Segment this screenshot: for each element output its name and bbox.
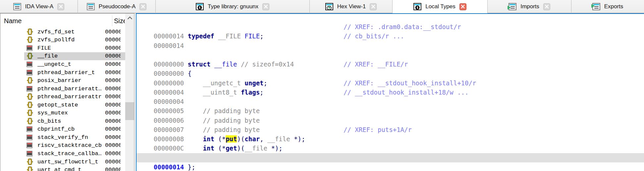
type-size: 00000 <box>105 117 121 125</box>
tab-label: Exports <box>604 3 623 10</box>
list-item-file[interactable]: FILE 00000 <box>0 44 125 52</box>
code-line[interactable]: 00000000 { // XREF: __FILE/r <box>136 60 644 69</box>
type-size: 00000 <box>105 133 121 142</box>
close-icon[interactable] <box>543 3 550 10</box>
scroll-up-arrow-icon[interactable] <box>125 14 134 22</box>
tab-type-library-gnuunx[interactable]: Type library: gnuunx <box>156 0 310 13</box>
type-size: 00000 <box>105 109 121 117</box>
type-size: 00000 <box>105 76 121 85</box>
list-item-zvfs-fd-set[interactable]: zvfs_fd_set 00000 <box>0 28 125 36</box>
type-size: 00000 <box>105 93 121 101</box>
struct-icon <box>26 118 33 125</box>
type-size: 00000 <box>105 52 121 61</box>
code-line[interactable]: 00000007 // padding byte <box>136 116 644 125</box>
list-item-uart-at-cmd-t[interactable]: uart_at_cmd_t 00000 <box>0 166 125 171</box>
type-name: __file <box>37 53 58 59</box>
typedef-icon <box>27 86 32 92</box>
list-item-pthread-barrieratt[interactable]: pthread_barrieratt… 00000 <box>0 85 125 93</box>
type-name: FILE <box>37 45 51 51</box>
list-item-riscv-stacktrace-cb[interactable]: riscv_stacktrace_cb 00000 <box>0 142 125 150</box>
type-size: 00000 <box>105 158 121 166</box>
code-line[interactable]: 0000000C int (*get)(__file *); <box>136 134 644 144</box>
tab-hex-view-1[interactable]: Hex View-1 <box>310 0 393 13</box>
code-line[interactable]: 00000005 // padding byte <box>136 97 644 106</box>
column-header-name[interactable]: Name <box>4 17 22 25</box>
type-name: sys_mutex <box>37 110 68 116</box>
list-item-ungetc-t[interactable]: __ungetc_t 00000 <box>0 60 125 68</box>
column-header-size[interactable]: Size <box>114 17 125 25</box>
list-item-file[interactable]: __file 00000 <box>0 52 125 61</box>
struct-icon <box>26 109 33 116</box>
list-item-cbprintf-cb[interactable]: cbprintf_cb 00000 <box>0 125 125 134</box>
scrollbar-thumb[interactable] <box>125 102 134 120</box>
tab-label: Local Types <box>425 3 455 10</box>
typedef-icon <box>27 45 32 51</box>
address: 00000014 <box>154 163 184 171</box>
struct-icon <box>26 93 33 100</box>
xref-comment: // __stdout_hook_install+18/w ... <box>344 88 469 97</box>
typedef-icon <box>27 62 32 67</box>
code-line[interactable]: 00000008 int (*put)(char, __file *); // … <box>136 125 644 134</box>
tab-label: Imports <box>520 3 539 10</box>
type-name: __ungetc_t <box>37 61 71 67</box>
list-item-posix-barrier[interactable]: posix_barrier 00000 <box>0 76 125 85</box>
tab-label: Pseudocode-A <box>99 3 136 10</box>
tab-label: Hex View-1 <box>337 3 366 10</box>
tab-pseudocode-a[interactable]: Pseudocode-A <box>78 0 156 13</box>
struct-icon <box>26 158 33 165</box>
code-line[interactable]: 00000014 typedef __FILE FILE; // XREF: .… <box>136 22 644 31</box>
tab-label: Type library: gnuunx <box>208 3 258 10</box>
list-view-icon <box>87 3 95 10</box>
list-item-pthread-barrier-t[interactable]: pthread_barrier_t 00000 <box>0 68 125 77</box>
typedef-icon <box>27 126 32 132</box>
type-t-icon <box>196 3 204 10</box>
close-icon[interactable] <box>139 3 146 10</box>
type-name: stack_trace_callba… <box>37 150 102 157</box>
close-icon[interactable] <box>57 3 64 10</box>
xref-comment: // cb_bits/r ... <box>344 31 404 41</box>
type-name: cb_bits <box>37 118 61 124</box>
tab-bar: IDA View-A Pseudocode-A Type library: gn… <box>0 0 644 13</box>
code-line[interactable]: 00000014 }; <box>136 153 644 162</box>
struct-icon <box>26 77 33 84</box>
code-line[interactable]: 00000004 __uint8_t flags; // XREF: __std… <box>136 78 644 88</box>
list-item-stack-verify-fn[interactable]: stack_verify_fn 00000 <box>0 133 125 142</box>
code-line[interactable]: 00000000 __ungetc_t unget; <box>136 69 644 78</box>
list-item-getopt-state[interactable]: getopt_state 00000 <box>0 101 125 109</box>
code-line[interactable]: 00000006 // padding byte <box>136 106 644 115</box>
code-line[interactable]: 00000010 int (*flush)(__file *); <box>136 144 644 153</box>
xref-comment: // XREF: __FILE/r <box>344 60 408 69</box>
type-size: 00000 <box>105 150 121 158</box>
typedef-icon <box>27 70 32 75</box>
close-icon[interactable] <box>370 3 377 10</box>
column-separator[interactable] <box>112 16 112 26</box>
list-item-pthread-barrierattr[interactable]: pthread_barrierattr 00000 <box>0 93 125 101</box>
close-icon[interactable] <box>262 3 269 10</box>
close-icon[interactable] <box>459 3 466 10</box>
list-item-zvfs-pollfd[interactable]: zvfs_pollfd 00000 <box>0 36 125 44</box>
tab-local-types[interactable]: Local Types <box>393 0 488 13</box>
code-line[interactable]: 00000014 // cb_bits/r ... <box>136 31 644 41</box>
tab-exports[interactable]: Exports <box>571 0 644 13</box>
local-types-code-panel: 00000014 typedef __FILE FILE; // XREF: .… <box>136 13 644 171</box>
struct-icon <box>26 102 33 108</box>
list-item-cb-bits[interactable]: cb_bits 00000 <box>0 117 125 125</box>
type-size: 00000 <box>105 101 121 109</box>
code-line[interactable] <box>136 41 644 50</box>
type-name: getopt_state <box>37 102 78 108</box>
code-line[interactable]: 00000000 struct __file // sizeof=0x14 <box>136 50 644 60</box>
type-name: posix_barrier <box>37 77 81 84</box>
tab-ida-view-a[interactable]: IDA View-A <box>0 0 78 13</box>
type-t-icon <box>413 3 421 10</box>
type-list: zvfs_fd_set 00000 zvfs_pollfd 00000 FILE… <box>0 28 125 171</box>
tab-imports[interactable]: Imports <box>488 0 571 13</box>
vertical-scrollbar[interactable] <box>125 14 134 171</box>
code-line[interactable]: 00000004 // __stdout_hook_install+18/w .… <box>136 88 644 97</box>
list-item-sys-mutex[interactable]: sys_mutex 00000 <box>0 109 125 117</box>
local-types-list-panel: Name Size zvfs_fd_set 00000 zvfs_pollfd … <box>0 13 134 171</box>
type-size: 00000 <box>105 44 121 52</box>
type-name: uart_sw_flowctrl_t <box>37 159 98 165</box>
list-item-uart-sw-flowctrl-t[interactable]: uart_sw_flowctrl_t 00000 <box>0 158 125 166</box>
struct-icon <box>26 36 33 43</box>
list-item-stack-trace-callba[interactable]: stack_trace_callba… 00000 <box>0 150 125 158</box>
